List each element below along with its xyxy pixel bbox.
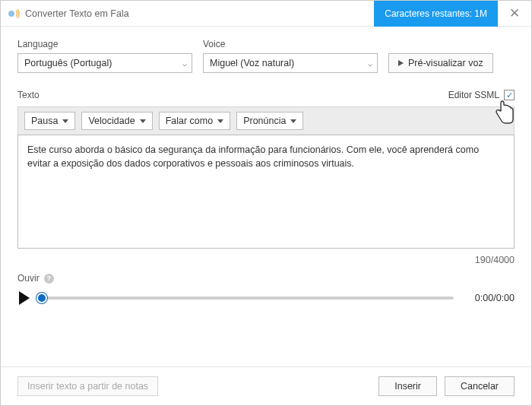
checkbox-checked-icon: ✓ [504, 90, 515, 100]
chevron-down-icon: ⌵ [368, 59, 372, 68]
falar-como-button[interactable]: Falar como [159, 112, 231, 130]
language-value: Português (Portugal) [24, 58, 112, 68]
preview-voice-button[interactable]: Pré-visualizar voz [388, 53, 493, 73]
time-display: 0:00/0:00 [466, 293, 515, 303]
pronuncia-button[interactable]: Pronúncia [236, 112, 303, 130]
voice-value: Miguel (Voz natural) [210, 58, 294, 68]
editor-ssml-toggle[interactable]: Editor SSML ✓ [448, 90, 515, 100]
window-title: Converter Texto em Fala [25, 8, 374, 19]
help-icon[interactable]: ? [44, 274, 54, 284]
caret-down-icon [290, 119, 296, 123]
language-select[interactable]: Português (Portugal) ⌵ [17, 53, 192, 73]
characters-remaining-banner: Caracteres restantes: 1M [374, 1, 498, 27]
chevron-down-icon: ⌵ [182, 59, 187, 68]
text-input[interactable] [17, 135, 515, 249]
voice-field: Voice Miguel (Voz natural) ⌵ [203, 39, 378, 73]
audio-player: 0:00/0:00 [17, 291, 515, 305]
footer: Inserir texto a partir de notas Inserir … [1, 366, 531, 405]
velocidade-button[interactable]: Velocidade [81, 112, 152, 130]
voice-label: Voice [203, 39, 378, 49]
language-field: Language Português (Portugal) ⌵ [17, 39, 192, 73]
caret-down-icon [217, 119, 223, 123]
play-button[interactable] [19, 291, 30, 305]
caret-down-icon [62, 119, 68, 123]
caret-down-icon [140, 119, 146, 123]
play-icon [398, 60, 404, 66]
voice-select[interactable]: Miguel (Voz natural) ⌵ [203, 53, 378, 73]
slider-thumb[interactable] [36, 293, 47, 303]
cancelar-button[interactable]: Cancelar [445, 376, 515, 396]
insert-from-notes-button[interactable]: Inserir texto a partir de notas [17, 376, 158, 396]
close-button[interactable]: ✕ [498, 1, 531, 27]
svg-point-0 [8, 11, 14, 17]
pausa-button[interactable]: Pausa [24, 112, 75, 130]
texto-label: Texto [17, 90, 40, 100]
character-counter: 190/4000 [17, 255, 515, 265]
app-icon [7, 7, 21, 21]
seek-slider[interactable] [42, 297, 454, 300]
ouvir-label: Ouvir [17, 273, 40, 284]
language-label: Language [17, 39, 192, 49]
inserir-button[interactable]: Inserir [378, 376, 437, 396]
titlebar: Converter Texto em Fala Caracteres resta… [1, 1, 531, 27]
ssml-toolbar: Pausa Velocidade Falar como Pronúncia [17, 106, 515, 135]
